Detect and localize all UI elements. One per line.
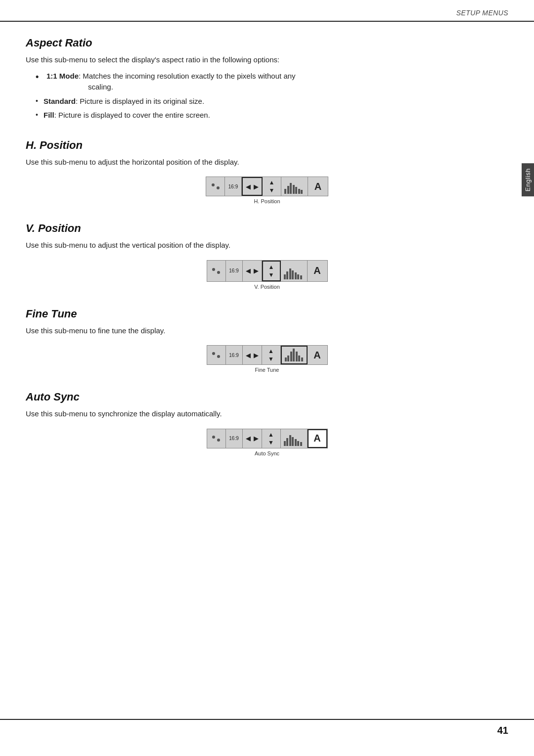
arrow-down-icon2: ▼ (268, 271, 274, 278)
aspect-ratio-bullets: • 1:1 Mode: Matches the incoming resolut… (36, 71, 508, 121)
bullet-label-standard: Standard (44, 97, 76, 105)
h-pos-a-cell: A (308, 177, 328, 196)
v-pos-ratio-cell: 16:9 (226, 261, 243, 281)
auto-sync-bar-cell (281, 429, 308, 448)
h-position-diagram-label: H. Position (254, 198, 280, 204)
svg-point-3 (217, 271, 220, 274)
h-position-title: H. Position (26, 139, 508, 152)
fine-tune-section: Fine Tune Use this sub-menu to fine tune… (26, 308, 508, 373)
v-pos-bar-cell (281, 261, 308, 281)
fine-tune-a-cell: A (308, 346, 327, 364)
fine-tune-intro: Use this sub-menu to fine tune the displ… (26, 325, 508, 337)
fine-tune-diagram-label: Fine Tune (255, 367, 279, 373)
top-bar: SETUP MENUS (0, 0, 534, 22)
bullet-desc-standard: : Picture is displayed in its original s… (76, 97, 204, 105)
bullet-item-fill: • Fill: Picture is displayed to cover th… (36, 110, 508, 121)
arrow-right-icon3: ▶ (254, 352, 259, 359)
arrow-left-icon: ◀ (246, 183, 251, 190)
arrow-left-icon4: ◀ (246, 435, 251, 442)
arrow-up-icon4: ▲ (268, 431, 274, 438)
aspect-ratio-section: Aspect Ratio Use this sub-menu to select… (26, 37, 508, 121)
v-pos-ud-cell: ▲ ▼ (262, 261, 281, 281)
auto-sync-diagram-wrapper: 16:9 ◀ ▶ ▲ ▼ (26, 429, 508, 456)
h-position-diagram-wrapper: 16:9 ◀ ▶ ▲ ▼ (26, 177, 508, 204)
fine-tune-ratio-cell: 16:9 (226, 346, 243, 364)
page-wrapper: SETUP MENUS English Aspect Ratio Use thi… (0, 0, 534, 756)
fine-tune-ud-cell: ▲ ▼ (262, 346, 281, 364)
svg-point-6 (212, 436, 215, 439)
bullet-dot-standard: • (36, 96, 44, 106)
setup-menus-label: SETUP MENUS (456, 9, 508, 17)
arrow-right-icon: ▶ (254, 183, 259, 190)
v-pos-dots-cell (207, 261, 226, 281)
auto-sync-section: Auto Sync Use this sub-menu to synchroni… (26, 391, 508, 456)
auto-sync-lr-cell: ◀ ▶ (243, 429, 262, 448)
h-pos-ratio-cell: 16:9 (225, 177, 242, 196)
v-position-section: V. Position Use this sub-menu to adjust … (26, 222, 508, 290)
fine-tune-lr-cell: ◀ ▶ (243, 346, 262, 364)
a-button-label: A (314, 181, 321, 192)
arrow-up-icon3: ▲ (268, 348, 274, 355)
arrow-up-icon: ▲ (269, 179, 275, 186)
svg-point-7 (217, 439, 220, 442)
v-position-title: V. Position (26, 222, 508, 235)
arrow-left-icon2: ◀ (246, 267, 251, 274)
v-pos-lr-cell: ◀ ▶ (243, 261, 262, 281)
bullet-item-standard: • Standard: Picture is displayed in its … (36, 96, 508, 107)
svg-point-2 (212, 268, 215, 271)
bullet-item-1-1-mode: • 1:1 Mode: Matches the incoming resolut… (36, 71, 508, 93)
h-pos-ud-cell: ▲ ▼ (263, 177, 281, 196)
arrow-right-icon2: ▶ (254, 267, 259, 274)
h-pos-bar-cell (281, 177, 308, 196)
arrow-up-icon2: ▲ (268, 264, 274, 270)
auto-sync-ud-cell: ▲ ▼ (262, 429, 281, 448)
v-pos-a-cell: A (308, 261, 327, 281)
fine-tune-diagram-wrapper: 16:9 ◀ ▶ ▲ ▼ (26, 345, 508, 373)
arrow-down-icon3: ▼ (268, 356, 274, 362)
svg-point-0 (212, 183, 215, 186)
fine-tune-title: Fine Tune (26, 308, 508, 320)
fine-tune-diagram: 16:9 ◀ ▶ ▲ ▼ (207, 345, 328, 365)
aspect-ratio-intro: Use this sub-menu to select the display'… (26, 54, 508, 66)
bullet-text-standard: Standard: Picture is displayed in its or… (44, 96, 204, 107)
arrow-right-icon4: ▶ (254, 435, 259, 442)
bullet-text-1-1-mode: 1:1 Mode: Matches the incoming resolutio… (46, 71, 296, 93)
a-button-label2: A (313, 265, 320, 276)
v-position-diagram: 16:9 ◀ ▶ ▲ ▼ (207, 260, 328, 282)
bullet-desc-1-1-mode: : Matches the incoming resolution exactl… (79, 72, 296, 80)
arrow-down-icon: ▼ (269, 187, 275, 194)
svg-point-4 (212, 352, 215, 355)
h-pos-lr-cell: ◀ ▶ (242, 177, 263, 196)
a-button-label4: A (313, 433, 320, 444)
auto-sync-diagram-label: Auto Sync (255, 450, 279, 456)
a-button-label3: A (313, 350, 320, 361)
h-position-section: H. Position Use this sub-menu to adjust … (26, 139, 508, 205)
aspect-ratio-title: Aspect Ratio (26, 37, 508, 49)
h-pos-dots-cell (206, 177, 225, 196)
h-position-diagram: 16:9 ◀ ▶ ▲ ▼ (206, 177, 328, 196)
auto-sync-diagram: 16:9 ◀ ▶ ▲ ▼ (207, 429, 328, 448)
bullet-dot-fill: • (36, 110, 44, 120)
bullet-label-1-1-mode: 1:1 Mode (46, 72, 79, 80)
main-content: Aspect Ratio Use this sub-menu to select… (0, 22, 534, 489)
v-position-diagram-label: V. Position (254, 284, 280, 290)
fine-tune-dots-cell (207, 346, 226, 364)
auto-sync-intro: Use this sub-menu to synchronize the dis… (26, 408, 508, 420)
arrow-left-icon3: ◀ (246, 352, 251, 359)
bullet-dot-large: • (36, 71, 46, 83)
svg-point-1 (217, 186, 220, 189)
arrow-down-icon4: ▼ (268, 439, 274, 446)
bullet-label-fill: Fill (44, 111, 54, 119)
bullet-desc-fill: : Picture is displayed to cover the enti… (54, 111, 210, 119)
auto-sync-ratio-cell: 16:9 (226, 429, 243, 448)
fine-tune-bar-cell (281, 346, 308, 364)
bullet-text-fill: Fill: Picture is displayed to cover the … (44, 110, 210, 121)
auto-sync-title: Auto Sync (26, 391, 508, 403)
english-tab: English (522, 163, 534, 196)
page-number: 41 (497, 725, 508, 736)
auto-sync-a-cell: A (308, 429, 327, 448)
svg-point-5 (217, 355, 220, 358)
v-position-intro: Use this sub-menu to adjust the vertical… (26, 240, 508, 251)
v-position-diagram-wrapper: 16:9 ◀ ▶ ▲ ▼ (26, 260, 508, 290)
bottom-bar: 41 (0, 719, 534, 736)
